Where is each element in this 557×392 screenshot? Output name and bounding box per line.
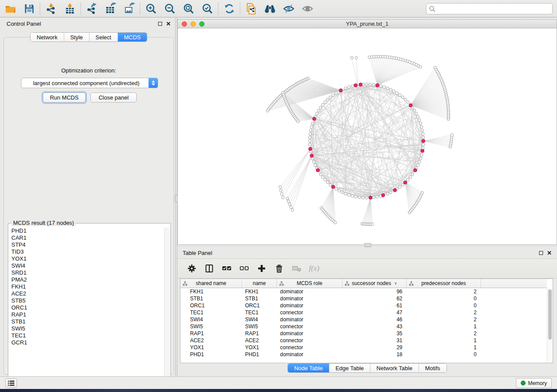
control-panel-title: Control Panel — [7, 21, 41, 27]
table-panel-title: Table Panel — [183, 250, 212, 256]
mcds-result-item[interactable]: STB5 — [11, 297, 164, 304]
table-body: FKH1FKH1dominator962STB1STB1dominator620… — [180, 288, 547, 363]
column-header-predecessor-nodes[interactable]: predecessor nodes — [407, 279, 481, 288]
zoom-in-button[interactable] — [142, 1, 160, 16]
table-mode-gear-icon[interactable] — [187, 264, 197, 273]
zoom-selected-button[interactable] — [198, 1, 217, 16]
mcds-result-item[interactable]: YOX1 — [11, 255, 164, 262]
mcds-result-item[interactable]: GCR1 — [11, 339, 164, 346]
table-cell: SWI5 — [180, 323, 242, 330]
memory-button[interactable]: Memory — [516, 378, 552, 388]
mcds-result-item[interactable]: RAP1 — [11, 311, 164, 318]
horizontal-splitter-handle[interactable] — [364, 243, 371, 247]
column-header-shared-name[interactable]: shared name — [180, 279, 242, 288]
table-row[interactable]: ORC1ORC1dominator610 — [180, 302, 547, 309]
close-panel-button[interactable]: Close panel — [90, 93, 137, 103]
refresh-button[interactable] — [220, 1, 239, 16]
dropdown-stepper-icon — [149, 78, 158, 88]
close-panel-icon[interactable]: ✕ — [166, 21, 171, 27]
export-image-button[interactable] — [120, 1, 138, 16]
mcds-result-item[interactable]: PMA2 — [11, 276, 164, 283]
tab-motifs[interactable]: Motifs — [419, 364, 446, 372]
table-row[interactable]: PHD1PHD1dominator180 — [180, 351, 547, 358]
deselect-all-rows-icon[interactable] — [239, 264, 249, 273]
add-column-icon[interactable] — [257, 264, 266, 273]
zoom-in-icon — [145, 3, 157, 15]
zoom-fit-button[interactable] — [179, 1, 198, 16]
table-row[interactable]: SWI4SWI4dominator462 — [180, 316, 547, 323]
import-network-button[interactable] — [42, 1, 60, 16]
sort-chevron-icon[interactable]: ∨ — [394, 281, 397, 285]
control-panel-tabs: Network Style Select MCDS — [2, 32, 175, 42]
zoom-out-button[interactable] — [160, 1, 179, 16]
import-table-button[interactable] — [60, 1, 79, 16]
table-row[interactable]: SWI5SWI5connector431 — [180, 323, 547, 330]
toolbar-separator — [140, 3, 140, 15]
tab-network[interactable]: Network — [31, 33, 64, 41]
hide-selected-button[interactable] — [279, 1, 298, 16]
column-header-name[interactable]: name — [242, 279, 277, 288]
mcds-result-item[interactable]: TID3 — [11, 248, 164, 255]
float-table-panel-icon[interactable] — [539, 251, 543, 255]
select-all-rows-icon[interactable] — [222, 264, 232, 273]
mcds-result-item[interactable]: TEC1 — [11, 332, 164, 339]
column-label: predecessor nodes — [421, 280, 466, 286]
column-header-mcds-role[interactable]: MCDS role — [277, 279, 343, 288]
open-session-button[interactable] — [1, 1, 20, 16]
mcds-result-list[interactable]: PHD1CAR1STP4TID3YOX1SWI4SRD1PMA2FKH1ACE2… — [9, 227, 164, 385]
export-network-button[interactable] — [82, 1, 101, 16]
new-network-from-selection-button[interactable] — [242, 1, 260, 16]
mcds-result-item[interactable]: SWI5 — [11, 325, 164, 332]
table-row[interactable]: FKH1FKH1dominator962 — [180, 288, 547, 295]
toolbar-search[interactable] — [426, 3, 553, 14]
network-window-titlebar[interactable]: YPA_prune.txt_1 — [178, 20, 557, 28]
tab-style[interactable]: Style — [64, 33, 90, 41]
close-table-panel-icon[interactable]: ✕ — [547, 250, 552, 256]
mcds-list-scrollbar[interactable] — [164, 227, 170, 385]
mcds-result-item[interactable]: SWI4 — [11, 262, 164, 269]
mcds-result-group-title: MCDS result (17 nodes) — [11, 220, 76, 226]
table-scrollbar[interactable] — [547, 288, 553, 363]
export-table-button[interactable] — [101, 1, 120, 16]
tab-edge-table[interactable]: Edge Table — [329, 364, 370, 372]
tab-node-table[interactable]: Node Table — [288, 364, 329, 372]
save-session-button[interactable] — [20, 1, 38, 16]
float-panel-icon[interactable] — [158, 22, 162, 26]
table-scrollbar-thumb[interactable] — [548, 289, 552, 340]
delete-columns-icon[interactable] — [274, 264, 284, 273]
network-canvas[interactable] — [178, 28, 557, 244]
table-row[interactable]: RAP1RAP1dominator352 — [180, 330, 547, 337]
mcds-result-item[interactable]: FKH1 — [11, 283, 164, 290]
mcds-result-item[interactable]: ACE2 — [11, 290, 164, 297]
search-input[interactable] — [438, 6, 550, 12]
run-mcds-button[interactable]: Run MCDS — [43, 93, 86, 103]
task-history-button[interactable] — [5, 378, 17, 388]
show-columns-icon[interactable] — [204, 264, 214, 273]
table-cell: dominator — [277, 288, 343, 295]
mcds-result-item[interactable]: ORC1 — [11, 304, 164, 311]
zoom-fit-icon — [183, 3, 195, 15]
table-cell: YOX1 — [180, 344, 242, 351]
table-cell: TEC1 — [242, 309, 277, 316]
table-cell: 2 — [407, 330, 481, 337]
table-row[interactable]: TEC1TEC1connector472 — [180, 309, 547, 316]
horizontal-splitter[interactable] — [177, 245, 557, 247]
mcds-result-item[interactable]: STP4 — [11, 241, 164, 248]
column-type-icon — [279, 281, 284, 286]
mcds-result-item[interactable]: CAR1 — [11, 234, 164, 241]
mcds-result-item[interactable]: PHD1 — [11, 227, 164, 234]
mcds-result-item[interactable]: STB1 — [11, 318, 164, 325]
criterion-dropdown[interactable]: largest connected component (undirected) — [21, 78, 158, 88]
tab-mcds[interactable]: MCDS — [118, 33, 147, 41]
mcds-result-item[interactable]: SRD1 — [11, 269, 164, 276]
first-neighbors-button[interactable] — [260, 1, 279, 16]
column-header-successor-nodes[interactable]: successor nodes ∨ — [343, 279, 407, 288]
show-all-button[interactable] — [298, 1, 317, 16]
table-row[interactable]: YOX1YOX1connector291 — [180, 344, 547, 351]
column-type-icon — [409, 281, 414, 286]
tab-network-table[interactable]: Network Table — [370, 364, 419, 372]
table-cell: connector — [277, 309, 343, 316]
table-row[interactable]: ACE2ACE2connector311 — [180, 337, 547, 344]
tab-select[interactable]: Select — [90, 33, 118, 41]
table-row[interactable]: STB1STB1dominator620 — [180, 295, 547, 302]
